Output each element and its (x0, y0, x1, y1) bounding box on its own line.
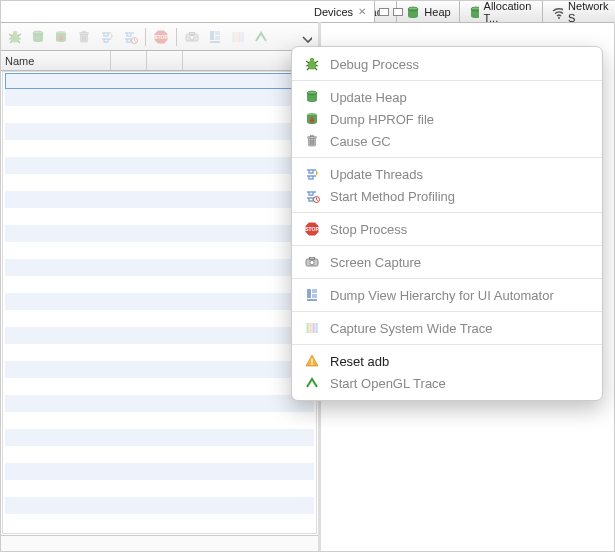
devices-toolbar (1, 23, 318, 51)
maximize-button[interactable] (393, 8, 403, 16)
toolbar-stop-button[interactable] (151, 27, 171, 47)
method-profile-icon (304, 188, 320, 204)
table-row[interactable] (5, 412, 314, 429)
menu-item-reset-adb[interactable]: Reset adb (292, 350, 602, 372)
view-hierarchy-icon (207, 29, 223, 45)
table-row[interactable] (5, 514, 314, 531)
close-icon[interactable]: ✕ (358, 6, 366, 17)
screen-capture-icon (304, 254, 320, 270)
toolbar-threads-button[interactable] (97, 27, 117, 47)
left-tab-bar: Devices ✕ (1, 1, 318, 23)
tab-devices-label: Devices (314, 6, 353, 18)
table-row[interactable] (5, 378, 314, 395)
trash-icon (304, 133, 320, 149)
menu-item-label: Dump HPROF file (330, 112, 434, 127)
table-row[interactable] (5, 344, 314, 361)
table-row[interactable] (5, 259, 314, 276)
tab-network-s[interactable]: Network S (543, 1, 615, 22)
toolbar-trash-button[interactable] (74, 27, 94, 47)
menu-item-label: Update Heap (330, 90, 407, 105)
stop-icon (153, 29, 169, 45)
heap-green-icon (304, 89, 320, 105)
table-row[interactable] (5, 157, 314, 174)
table-row[interactable] (5, 395, 314, 412)
toolbar-view-hierarchy-button[interactable] (205, 27, 225, 47)
table-row[interactable] (5, 463, 314, 480)
table-row[interactable] (5, 106, 314, 123)
table-row[interactable] (5, 123, 314, 140)
menu-item-system-trace[interactable]: Capture System Wide Trace (292, 317, 602, 339)
table-row[interactable] (5, 89, 314, 106)
table-row[interactable] (5, 191, 314, 208)
table-row[interactable] (5, 327, 314, 344)
tab-label: Heap (424, 6, 450, 18)
menu-item-label: Screen Capture (330, 255, 421, 270)
table-row[interactable] (5, 293, 314, 310)
toolbar-separator (176, 28, 177, 46)
toolbar-method-profile-button[interactable] (120, 27, 140, 47)
heap-green-icon (30, 29, 46, 45)
chevron-down-icon (300, 31, 312, 43)
wifi-icon (551, 5, 563, 19)
menu-item-screen-capture[interactable]: Screen Capture (292, 251, 602, 273)
debug-bug-icon (304, 56, 320, 72)
menu-item-view-hierarchy[interactable]: Dump View Hierarchy for UI Automator (292, 284, 602, 306)
table-row[interactable] (5, 480, 314, 497)
opengl-arrow-icon (304, 375, 320, 391)
menu-item-label: Reset adb (330, 354, 389, 369)
heap-green-icon (405, 5, 419, 19)
devices-list (2, 71, 317, 534)
menu-item-label: Cause GC (330, 134, 391, 149)
method-profile-icon (122, 29, 138, 45)
menu-separator (292, 278, 602, 279)
toolbar-heap-dump-button[interactable] (51, 27, 71, 47)
menu-item-debug-process[interactable]: Debug Process (292, 53, 602, 75)
menu-separator (292, 80, 602, 81)
table-row[interactable] (5, 310, 314, 327)
table-row[interactable] (5, 497, 314, 514)
menu-item-update-threads[interactable]: Update Threads (292, 163, 602, 185)
view-hierarchy-icon (304, 287, 320, 303)
menu-item-label: Debug Process (330, 57, 419, 72)
menu-item-dump-hprof[interactable]: Dump HPROF file (292, 108, 602, 130)
tab-label: Allocation T... (484, 0, 535, 24)
table-row[interactable] (5, 361, 314, 378)
menu-item-method-profile[interactable]: Start Method Profiling (292, 185, 602, 207)
system-trace-icon (230, 29, 246, 45)
toolbar-overflow-menu: Debug ProcessUpdate HeapDump HPROF fileC… (291, 46, 603, 401)
stop-icon (304, 221, 320, 237)
menu-item-label: Dump View Hierarchy for UI Automator (330, 288, 554, 303)
screen-capture-icon (184, 29, 200, 45)
toolbar-separator (145, 28, 146, 46)
minimize-button[interactable] (379, 8, 389, 16)
toolbar-heap-green-button[interactable] (28, 27, 48, 47)
table-row[interactable] (5, 140, 314, 157)
table-row[interactable] (5, 208, 314, 225)
table-row[interactable] (5, 174, 314, 191)
toolbar-debug-bug-button[interactable] (5, 27, 25, 47)
table-row[interactable] (5, 225, 314, 242)
table-row[interactable] (5, 429, 314, 446)
table-row[interactable] (5, 446, 314, 463)
menu-separator (292, 212, 602, 213)
heap-dump-icon (304, 111, 320, 127)
toolbar-screen-capture-button[interactable] (182, 27, 202, 47)
heap-dump-icon (53, 29, 69, 45)
menu-item-label: Stop Process (330, 222, 407, 237)
threads-icon (304, 166, 320, 182)
debug-bug-icon (7, 29, 23, 45)
left-bottom-bar (1, 535, 318, 551)
toolbar-opengl-arrow-button[interactable] (251, 27, 271, 47)
table-row[interactable] (5, 242, 314, 259)
menu-item-update-heap[interactable]: Update Heap (292, 86, 602, 108)
tab-devices[interactable]: Devices ✕ (1, 1, 375, 22)
threads-icon (99, 29, 115, 45)
table-row[interactable] (5, 276, 314, 293)
toolbar-system-trace-button[interactable] (228, 27, 248, 47)
menu-item-cause-gc[interactable]: Cause GC (292, 130, 602, 152)
tab-allocation-t-[interactable]: Allocation T... (460, 1, 544, 22)
toolbar-overflow-button[interactable] (298, 29, 314, 45)
window-controls (375, 1, 407, 22)
menu-item-stop-process[interactable]: Stop Process (292, 218, 602, 240)
menu-item-start-opengl[interactable]: Start OpenGL Trace (292, 372, 602, 394)
